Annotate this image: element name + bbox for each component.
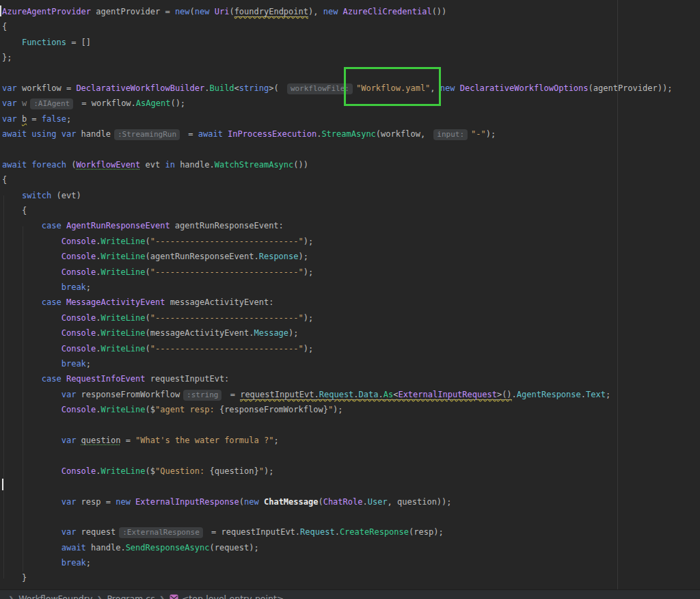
- breadcrumb-item[interactable]: WorkflowFoundry: [18, 594, 92, 599]
- breadcrumb-item[interactable]: Program.cs: [107, 594, 155, 599]
- code-line[interactable]: await using var handle:StreamingRun = aw…: [2, 127, 700, 142]
- code-token: .: [96, 466, 100, 476]
- code-token: "Question:: [155, 466, 209, 476]
- code-token: Console: [62, 237, 96, 246]
- code-line[interactable]: {: [2, 203, 700, 218]
- code-line[interactable]: };: [2, 50, 700, 65]
- code-line[interactable]: [2, 448, 700, 463]
- code-token: SendResponseAsync: [126, 543, 210, 553]
- code-line[interactable]: var resp = new ExternalInputResponse(new…: [2, 494, 700, 509]
- code-token: [2, 558, 62, 568]
- code-line[interactable]: break;: [2, 280, 700, 295]
- code-line[interactable]: await foreach (WorkflowEvent evt in hand…: [2, 157, 700, 172]
- code-line[interactable]: [2, 418, 700, 433]
- code-token: "-----------------------------": [150, 313, 304, 323]
- code-line[interactable]: Console.WriteLine(messageActivityEvent.M…: [2, 325, 700, 341]
- code-line[interactable]: case MessageActivityEvent messageActivit…: [2, 295, 700, 310]
- code-token: [2, 344, 62, 354]
- code-line[interactable]: Console.WriteLine("---------------------…: [2, 310, 700, 325]
- code-token: .: [96, 252, 100, 261]
- code-token: .: [96, 344, 100, 354]
- code-token: false: [42, 114, 66, 124]
- code-token: AgentRunResponseEvent: [66, 221, 170, 230]
- code-line[interactable]: break;: [2, 356, 700, 371]
- code-line[interactable]: Functions = []: [2, 35, 700, 50]
- code-token: );: [486, 129, 496, 139]
- code-token: (request);: [209, 543, 258, 553]
- code-token: Request: [300, 527, 335, 537]
- code-token: await: [62, 543, 91, 553]
- code-token: (evt): [56, 191, 81, 200]
- annotation-highlight-box: [344, 67, 441, 106]
- inlay-hint-chip: :ExternalResponse: [119, 527, 203, 538]
- code-token: Console: [62, 313, 96, 323]
- code-token: agentRunResponseEvent:: [170, 221, 284, 230]
- code-line[interactable]: Console.WriteLine("---------------------…: [2, 265, 700, 280]
- code-token: new: [195, 7, 215, 16]
- code-line[interactable]: {: [2, 19, 700, 34]
- code-line[interactable]: [2, 142, 700, 157]
- code-token: {: [2, 175, 7, 185]
- code-token: var: [62, 390, 81, 399]
- code-token: Request: [319, 390, 354, 400]
- code-line[interactable]: var question = "What's the water formula…: [2, 433, 700, 448]
- code-line[interactable]: Console.WriteLine(agentRunResponseEvent.…: [2, 249, 700, 264]
- code-token: Functions: [22, 38, 66, 47]
- code-token: AgentResponse: [517, 390, 581, 399]
- code-line[interactable]: case RequestInfoEvent requestInputEvt:: [2, 371, 700, 386]
- code-token: break: [62, 558, 86, 568]
- code-token: ()): [432, 7, 447, 16]
- inlay-hint-chip: workflowFile:: [287, 83, 353, 94]
- code-line[interactable]: case AgentRunResponseEvent agentRunRespo…: [2, 218, 700, 233]
- code-line[interactable]: break;: [2, 555, 700, 570]
- code-token: {: [2, 206, 27, 215]
- code-token: [2, 221, 42, 230]
- code-token: WorkflowEvent: [76, 160, 140, 170]
- code-line[interactable]: AzureAgentProvider agentProvider = new(n…: [2, 4, 700, 19]
- inlay-hint-chip: :AIAgent: [30, 98, 73, 109]
- code-editor[interactable]: AzureAgentProvider agentProvider = new(n…: [0, 0, 700, 589]
- code-line[interactable]: Console.WriteLine("---------------------…: [2, 234, 700, 249]
- code-line[interactable]: Console.WriteLine($"Question: {question}…: [2, 464, 700, 479]
- code-token: handle: [81, 129, 111, 139]
- code-line[interactable]: await handle.SendResponseAsync(request);: [2, 540, 700, 555]
- code-token: [2, 313, 62, 323]
- code-line[interactable]: [2, 509, 700, 524]
- code-line[interactable]: Console.WriteLine($"agent resp: {respons…: [2, 402, 700, 417]
- code-token: AzureCliCredential: [343, 7, 432, 16]
- code-token: new: [440, 83, 460, 93]
- code-token: handle.: [180, 160, 215, 170]
- chevron-right-icon: ❯: [159, 595, 165, 599]
- code-token: ;: [86, 359, 91, 369]
- code-token: ),: [308, 7, 323, 16]
- inlay-hint-chip: input:: [433, 129, 468, 140]
- breadcrumb-item[interactable]: <top-level-entry-point>: [182, 594, 284, 599]
- code-token: = []: [66, 38, 91, 47]
- code-token: Message: [254, 328, 289, 338]
- code-line[interactable]: {: [2, 172, 700, 187]
- code-line[interactable]: var b = false;: [2, 111, 700, 127]
- code-token: }: [2, 573, 27, 583]
- code-line[interactable]: [2, 479, 700, 494]
- code-line[interactable]: var responseFromWorkflow:string = reques…: [2, 387, 700, 402]
- code-line[interactable]: var request:ExternalResponse = requestIn…: [2, 524, 700, 540]
- code-token: w: [22, 98, 27, 108]
- code-token: {responseFromWorkflow}: [219, 405, 328, 414]
- code-token: new: [175, 7, 190, 16]
- code-token: (messageActivityEvent.: [146, 328, 254, 338]
- code-token: WriteLine: [101, 252, 146, 261]
- code-token: var: [2, 114, 22, 124]
- code-token: WriteLine: [101, 328, 146, 338]
- code-token: InProcessExecution: [228, 129, 317, 139]
- code-line[interactable]: switch (evt): [2, 188, 700, 203]
- entry-point-icon: [170, 594, 178, 599]
- code-line[interactable]: Console.WriteLine("---------------------…: [2, 341, 700, 356]
- code-line[interactable]: }: [2, 570, 700, 585]
- code-token: = workflow.: [77, 98, 136, 108]
- code-token: ExternalInputRequest: [398, 390, 497, 400]
- code-token: );: [304, 313, 313, 323]
- code-token: (: [146, 267, 150, 277]
- code-token: );: [288, 328, 298, 338]
- code-token: ($: [146, 466, 155, 476]
- code-token: [2, 527, 62, 537]
